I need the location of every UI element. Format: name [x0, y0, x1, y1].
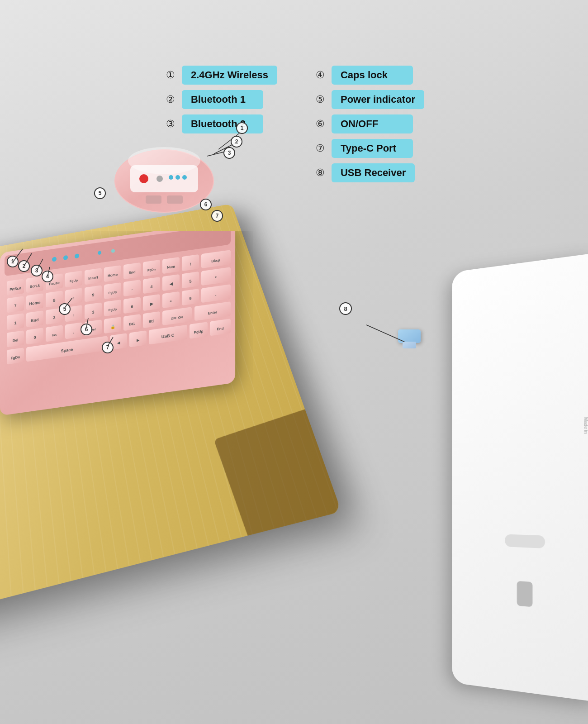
labels-section: ① 2.4GHz Wireless ② Bluetooth 1 ③ Blueto… [23, 66, 565, 182]
label-row-1: ① 2.4GHz Wireless [164, 66, 277, 85]
callout-8-circle: 8 [339, 302, 352, 315]
svg-text:+: + [170, 299, 172, 304]
svg-text:Ins: Ins [52, 333, 57, 337]
kb-callout-5: 5 [59, 303, 71, 315]
label-row-5: ⑤ Power indicator [313, 90, 424, 109]
kb-callout-6: 6 [81, 324, 92, 335]
mouse-callout-5: 5 [94, 187, 106, 199]
svg-text:2: 2 [53, 315, 55, 320]
svg-text:1: 1 [14, 321, 16, 326]
svg-text:3: 3 [92, 310, 94, 314]
svg-point-6 [156, 176, 163, 182]
mouse-callout-1: 1 [236, 122, 248, 134]
label-badge-6: ON/OFF [332, 114, 413, 133]
mouse-btn-left [146, 195, 161, 204]
page-container: Product Details ① 2.4GHz Wireless ② Blue… [0, 0, 588, 724]
label-row-2: ② Bluetooth 1 [164, 90, 277, 109]
svg-text:-: - [215, 293, 217, 297]
svg-line-0 [366, 325, 407, 343]
kb-callout-1: 1 [7, 256, 19, 267]
svg-point-7 [169, 175, 173, 180]
device-button [505, 534, 545, 548]
label-number-8: ⑧ [313, 167, 327, 179]
label-row-4: ④ Caps lock [313, 66, 424, 85]
kb-callout-3: 3 [31, 265, 43, 276]
label-badge-7: Type-C Port [332, 139, 413, 158]
label-badge-4: Caps lock [332, 66, 413, 85]
label-badge-8: USB Receiver [332, 163, 415, 182]
svg-text:5: 5 [189, 279, 191, 284]
device-label: Made in [583, 417, 588, 434]
mouse-callout-2: 2 [231, 136, 242, 148]
label-number-6: ⑥ [313, 118, 327, 130]
svg-point-8 [175, 175, 180, 180]
svg-text:0: 0 [33, 335, 36, 340]
label-number-7: ⑦ [313, 143, 327, 154]
label-number-1: ① [164, 69, 177, 81]
label-number-3: ③ [164, 118, 177, 130]
svg-point-9 [182, 175, 187, 180]
label-row-3: ③ Bluetooth 2 [164, 114, 277, 133]
mouse-callout-3: 3 [223, 147, 235, 159]
svg-text:◀: ◀ [169, 281, 173, 286]
label-row-8: ⑧ USB Receiver [313, 163, 424, 182]
svg-text:Bt2: Bt2 [149, 319, 155, 324]
mouse-callout-6: 6 [200, 199, 212, 210]
label-badge-2: Bluetooth 1 [182, 90, 263, 109]
device-port [517, 581, 533, 607]
kb-callout-7: 7 [102, 342, 114, 353]
mouse-callout-7: 7 [211, 210, 223, 222]
label-row-6: ⑥ ON/OFF [313, 114, 424, 133]
svg-text:↓: ↓ [73, 313, 75, 318]
svg-text:6: 6 [131, 304, 133, 309]
svg-text:9: 9 [189, 296, 191, 301]
label-number-4: ④ [313, 69, 327, 81]
svg-text:*: * [215, 275, 217, 280]
label-badge-1: 2.4GHz Wireless [182, 66, 277, 85]
svg-text:◀: ◀ [117, 341, 120, 345]
label-number-5: ⑤ [313, 94, 327, 105]
mouse-btn-right [167, 195, 183, 204]
kb-callout-4: 4 [42, 271, 53, 282]
usb-receiver-area: 8 [398, 329, 421, 343]
svg-text:4: 4 [150, 284, 152, 289]
kb-callout-2: 2 [18, 260, 30, 272]
label-number-2: ② [164, 94, 177, 105]
svg-text:Bt1: Bt1 [129, 322, 135, 327]
svg-text:Del: Del [13, 338, 18, 343]
mouse-bottom-buttons [146, 195, 183, 204]
svg-text:▶: ▶ [150, 301, 154, 306]
svg-text:8: 8 [53, 298, 55, 303]
mouse-area: 1 2 3 5 6 7 [112, 140, 216, 213]
label-badge-5: Power indicator [332, 90, 424, 109]
svg-text:↑: ↑ [73, 295, 75, 300]
svg-point-5 [139, 174, 148, 183]
label-badge-3: Bluetooth 2 [182, 114, 263, 133]
svg-text:.: . [73, 330, 75, 334]
white-device: Made in [452, 252, 588, 703]
svg-text:7: 7 [14, 304, 16, 309]
usb-connector [403, 342, 416, 348]
svg-text:9: 9 [92, 292, 94, 297]
svg-text:-: - [131, 287, 133, 292]
right-labels-column: ④ Caps lock ⑤ Power indicator ⑥ ON/OFF ⑦… [313, 66, 424, 182]
keyboard-area: PrtScn ScrLk Pause FgUp Insert Home End … [0, 231, 253, 486]
label-row-7: ⑦ Type-C Port [313, 139, 424, 158]
svg-text:▶: ▶ [137, 338, 140, 343]
